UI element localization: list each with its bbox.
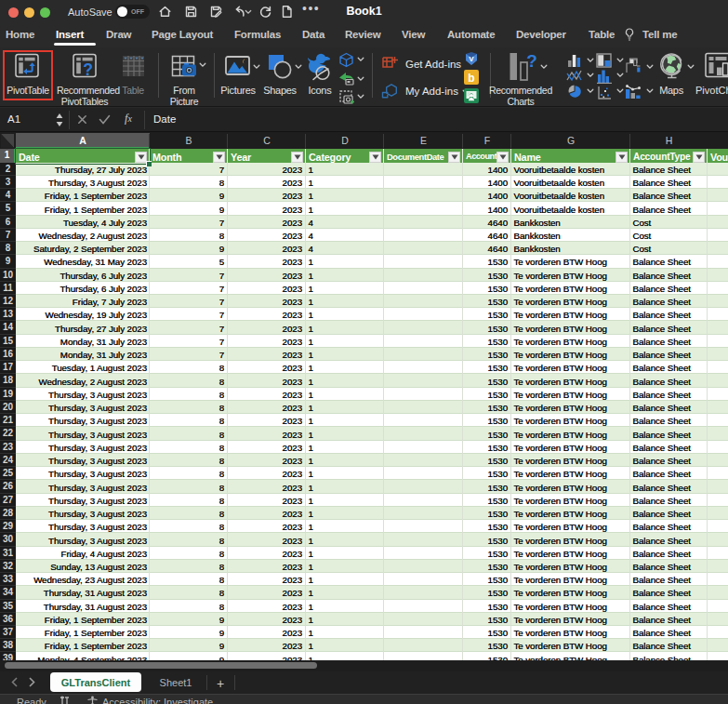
svg-text:b: b xyxy=(468,72,474,85)
svg-text:V: V xyxy=(469,55,474,63)
svg-text:?: ? xyxy=(526,51,537,71)
svg-text:?: ? xyxy=(83,60,93,79)
